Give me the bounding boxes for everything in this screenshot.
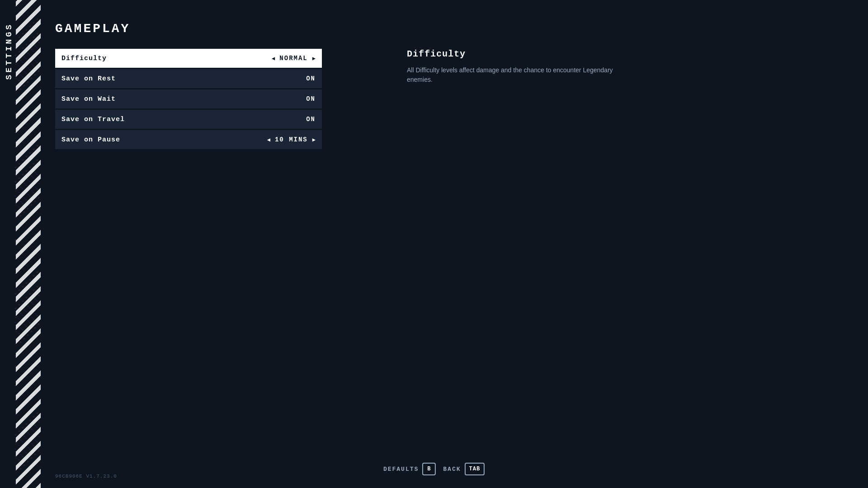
- main-content: GAMEPLAY Difficulty ◀ NORMAL ▶ Save on R…: [45, 0, 868, 488]
- settings-item-value-save-on-pause: 10 MINS: [275, 136, 308, 143]
- settings-item-label-difficulty: Difficulty: [61, 55, 107, 62]
- version-label: 96CB906E V1.7.23.0: [55, 474, 117, 479]
- settings-item-save-on-wait[interactable]: Save on Wait ON: [55, 89, 322, 108]
- info-panel-description: All Difficulty levels affect damage and …: [407, 66, 633, 84]
- defaults-key[interactable]: B: [422, 463, 436, 475]
- stripes-pattern: [16, 0, 41, 488]
- settings-list: Difficulty ◀ NORMAL ▶ Save on Rest ON Sa…: [55, 49, 322, 150]
- arrow-right-save-on-pause[interactable]: ▶: [312, 136, 316, 143]
- settings-item-value-group-save-on-pause: ◀ 10 MINS ▶: [267, 136, 316, 143]
- page-title: GAMEPLAY: [55, 22, 130, 36]
- info-panel-title: Difficulty: [407, 49, 633, 59]
- settings-item-save-on-rest[interactable]: Save on Rest ON: [55, 69, 322, 88]
- settings-item-value-group-save-on-travel: ON: [306, 116, 316, 123]
- arrow-right-difficulty[interactable]: ▶: [312, 55, 316, 62]
- defaults-button-group: DEFAULTS B: [383, 463, 436, 475]
- settings-item-save-on-pause[interactable]: Save on Pause ◀ 10 MINS ▶: [55, 130, 322, 149]
- settings-item-label-save-on-travel: Save on Travel: [61, 116, 125, 123]
- settings-item-value-group-save-on-wait: ON: [306, 95, 316, 103]
- back-label: BACK: [443, 466, 461, 473]
- settings-item-save-on-travel[interactable]: Save on Travel ON: [55, 110, 322, 129]
- settings-item-value-save-on-wait: ON: [306, 95, 316, 103]
- info-panel: Difficulty All Difficulty levels affect …: [407, 49, 633, 84]
- sidebar-settings-label: SETTINGS: [5, 23, 14, 80]
- defaults-label: DEFAULTS: [383, 466, 419, 473]
- settings-item-value-save-on-rest: ON: [306, 75, 316, 82]
- back-button-group: BACK TAB: [443, 463, 485, 475]
- back-key[interactable]: TAB: [465, 463, 485, 475]
- settings-item-value-save-on-travel: ON: [306, 116, 316, 123]
- settings-item-label-save-on-rest: Save on Rest: [61, 75, 116, 83]
- settings-item-value-group-difficulty: ◀ NORMAL ▶: [272, 55, 316, 62]
- bottom-action-bar: DEFAULTS B BACK TAB: [383, 463, 485, 475]
- arrow-left-difficulty[interactable]: ◀: [272, 55, 275, 62]
- settings-item-value-difficulty: NORMAL: [279, 55, 307, 62]
- settings-item-label-save-on-pause: Save on Pause: [61, 136, 120, 144]
- settings-item-value-group-save-on-rest: ON: [306, 75, 316, 82]
- arrow-left-save-on-pause[interactable]: ◀: [267, 136, 270, 143]
- settings-item-label-save-on-wait: Save on Wait: [61, 95, 116, 103]
- settings-item-difficulty[interactable]: Difficulty ◀ NORMAL ▶: [55, 49, 322, 68]
